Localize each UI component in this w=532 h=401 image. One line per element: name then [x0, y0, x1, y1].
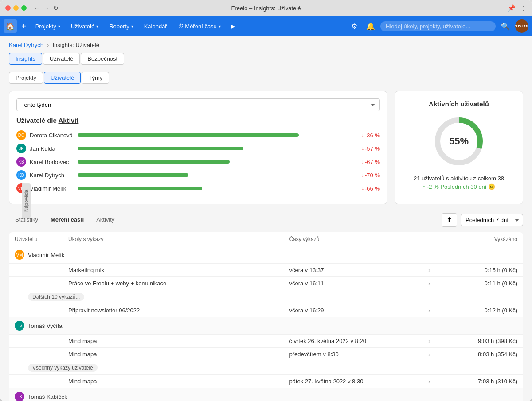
task-indent	[9, 335, 63, 348]
window-title: Freelo – Insights: Uživatelé	[231, 5, 301, 12]
maximize-dot[interactable]	[21, 5, 27, 11]
chevron-down-icon: ▾	[96, 24, 98, 29]
time-reported: 0:15 h (0 Kč)	[443, 264, 523, 277]
table-row: Připravit newsletter 06/2022 včera v 16:…	[9, 304, 523, 317]
donut-percentage: 55%	[449, 136, 469, 147]
task-name: Mind mapa	[63, 335, 284, 348]
user-avatar[interactable]: CUSTOM	[515, 19, 528, 33]
change-percentage: ↓ -36 %	[361, 132, 380, 139]
tab-uzivatele[interactable]: Uživatelé	[43, 53, 80, 65]
more-icon[interactable]: ⋮	[520, 4, 527, 12]
user-activity-row: KB Karel Borkovec ↓ -67 %	[16, 157, 380, 167]
user-avatar: DC	[16, 130, 26, 140]
nav-mereni-casu[interactable]: ⏱ Měření času ▾	[173, 21, 225, 31]
task-name: Mind mapa	[63, 375, 284, 388]
change-percentage: ↓ -66 %	[361, 185, 380, 192]
time-tracking-table: Uživatel ↓ Úkoly s výkazy Časy výkazů Vy…	[9, 232, 523, 401]
nav-projekty[interactable]: Projekty ▾	[31, 21, 65, 31]
home-button[interactable]: 🏠	[4, 19, 17, 33]
time-arrow-col: ›	[423, 375, 443, 388]
chevron-down-icon: ▾	[58, 24, 60, 29]
search-bar[interactable]	[380, 21, 496, 31]
inner-tab-uzivatele[interactable]: Uživatelé	[44, 72, 81, 84]
down-arrow-icon: ↓	[361, 145, 364, 152]
user-section-header: TK Tomáš Kabíček	[9, 388, 523, 401]
time-start: pátek 27. května 2022 v 8:30	[284, 375, 423, 388]
col-header-reported: Vykázáno	[443, 233, 523, 246]
notifications-icon[interactable]: 🔔	[363, 20, 379, 32]
user-avatar: VM	[15, 250, 24, 260]
time-start: včera v 16:29	[284, 304, 423, 317]
help-tab[interactable]: Nápověda	[22, 183, 31, 218]
user-name: Karel Borkovec	[30, 159, 74, 165]
breadcrumb: Karel Dytrych › Insights: Uživatelé	[9, 42, 523, 48]
nav-kalendar[interactable]: Kalendář	[140, 21, 172, 31]
breadcrumb-parent[interactable]: Karel Dytrych	[9, 42, 43, 48]
user-name: Vladimír Melík	[30, 185, 74, 192]
activity-card-title: Uživatelé dle Aktivit	[16, 117, 380, 124]
nav-reporty[interactable]: Reporty ▾	[105, 21, 138, 31]
user-avatar: KB	[16, 157, 26, 167]
user-avatar: JK	[16, 144, 26, 153]
task-indent	[9, 277, 63, 290]
user-cell: TV Tomáš Vyčítal	[15, 321, 517, 331]
time-start: předevčírem v 8:30	[284, 348, 423, 361]
user-section-header: TV Tomáš Vyčítal	[9, 317, 523, 335]
change-percentage: ↓ -70 %	[361, 172, 380, 179]
task-name: Práce ve Freelu + weby + komunikace	[63, 277, 284, 290]
export-button[interactable]: ⬆	[442, 213, 457, 227]
search-button[interactable]: 🔍	[497, 20, 513, 32]
user-activity-row: DC Dorota Cikánová ↓ -36 %	[16, 130, 380, 140]
down-arrow-icon: ↓	[361, 185, 364, 191]
inner-tab-tymy[interactable]: Týmy	[82, 72, 109, 84]
donut-stat-main: 21 uživatelů s aktivitou z celkem 38	[414, 175, 504, 182]
traffic-lights	[5, 5, 27, 11]
task-indent	[9, 304, 63, 317]
user-name: Vladimír Melík	[28, 252, 64, 258]
minimize-dot[interactable]	[13, 5, 19, 11]
user-avatar: KD	[16, 170, 26, 180]
settings-icon[interactable]: ⚙	[348, 20, 361, 32]
back-button[interactable]: ←	[34, 4, 40, 12]
change-percentage: ↓ -67 %	[361, 159, 380, 165]
nav-uzivatele[interactable]: Uživatelé ▾	[66, 21, 103, 31]
tab-bezpecnost[interactable]: Bezpečnost	[81, 53, 124, 65]
section-tab-mereni-casu[interactable]: Měření času	[44, 214, 90, 226]
chevron-down-icon: ▾	[131, 24, 133, 29]
section-tab-aktivity[interactable]: Aktivity	[90, 214, 121, 226]
time-reported: 7:03 h (310 Kč)	[443, 375, 523, 388]
add-button[interactable]: +	[19, 21, 29, 31]
activity-bar-wrap	[78, 147, 354, 150]
activity-bar	[78, 133, 299, 137]
down-arrow-icon: ↓	[361, 172, 364, 178]
user-cell: VM Vladimír Melík	[15, 250, 517, 260]
col-header-arrow	[423, 233, 443, 246]
breadcrumb-current: Insights: Uživatelé	[52, 42, 99, 48]
reload-button[interactable]: ↻	[53, 4, 59, 12]
user-activity-row: VM Vladimír Melík ↓ -66 %	[16, 183, 380, 193]
page-tabs: Insights Uživatelé Bezpečnost	[9, 53, 523, 65]
play-button[interactable]: ▶	[227, 21, 239, 31]
user-name: Tomáš Vyčítal	[28, 323, 63, 329]
table-row: Práce ve Freelu + weby + komunikace včer…	[9, 277, 523, 290]
user-avatar: TV	[15, 321, 24, 331]
period-select[interactable]: Posledních 7 dní Posledních 14 dní Posle…	[461, 214, 523, 226]
search-input[interactable]	[386, 23, 490, 30]
more-link[interactable]: Dalších 10 výkazů...	[28, 293, 84, 301]
period-dropdown[interactable]: Tento týden Minulý týden Tento měsíc Min…	[16, 98, 380, 111]
col-header-times: Časy výkazů	[284, 233, 423, 246]
time-arrow-col: ›	[423, 304, 443, 317]
task-name: Připravit newsletter 06/2022	[63, 304, 284, 317]
close-dot[interactable]	[5, 5, 11, 11]
forward-button[interactable]: →	[43, 4, 50, 12]
all-reports-link[interactable]: Všechny výkazy uživatele	[28, 364, 98, 372]
user-activity-row: JK Jan Kulda ↓ -57 %	[16, 144, 380, 153]
activity-bar	[78, 160, 230, 164]
inner-tab-projekty[interactable]: Projekty	[9, 72, 43, 84]
task-name: Marketing mix	[63, 264, 284, 277]
tab-insights[interactable]: Insights	[9, 53, 42, 65]
top-section: Tento týden Minulý týden Tento měsíc Min…	[9, 91, 523, 204]
task-indent	[9, 375, 63, 388]
down-arrow-icon: ↓	[361, 159, 364, 165]
col-header-user[interactable]: Uživatel ↓	[9, 233, 63, 246]
